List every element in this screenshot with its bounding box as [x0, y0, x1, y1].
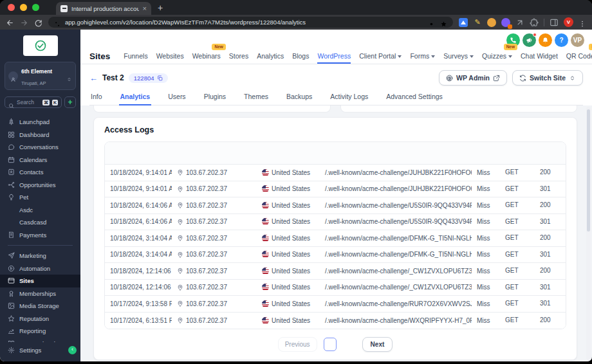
back-arrow-icon[interactable]: ← — [89, 73, 98, 83]
top-nav-item-stores[interactable]: Stores — [229, 48, 248, 64]
top-nav-item-blogs[interactable]: Blogs — [292, 48, 309, 64]
sidebar-item-marketing[interactable]: Marketing — [0, 250, 80, 262]
table-row[interactable]: 10/18/2024, 6:14:06 AM 103.67.202.37 Uni… — [105, 197, 566, 214]
back-icon[interactable] — [6, 18, 14, 26]
minimize-window-button[interactable] — [20, 4, 27, 11]
help-button[interactable]: ? — [555, 33, 568, 47]
log-status-code: 301 — [535, 251, 566, 259]
pencil-extension-icon[interactable]: ✎ — [473, 18, 482, 27]
sidebar-item-dashboard[interactable]: Dashboard — [0, 129, 80, 141]
sidebar-item-launchpad[interactable]: Launchpad — [0, 116, 80, 129]
log-status-code: 200 — [535, 267, 566, 275]
site-settings-icon[interactable] — [54, 19, 61, 26]
sidebar-item-asdc[interactable]: Asdc — [0, 204, 80, 217]
new-tab-button[interactable]: + — [158, 3, 163, 13]
sidebar-item-pet[interactable]: Pet — [0, 191, 80, 204]
log-url: /.well-known/acme-challenge/U5S0IR-9QQ43… — [320, 218, 472, 225]
wp-tab-themes[interactable]: Themes — [243, 91, 270, 105]
sidebar-item-reporting[interactable]: Reporting — [0, 325, 80, 338]
log-country: United States — [272, 218, 310, 225]
sidebar-item-label: Reputation — [19, 315, 49, 322]
bookmark-star-icon[interactable] — [440, 19, 447, 26]
search-input[interactable]: Search ⌘ K — [5, 96, 62, 108]
table-row[interactable]: 10/18/2024, 3:14:04 AM 103.67.202.37 Uni… — [105, 247, 566, 264]
sidebar-item-automation[interactable]: Automation — [0, 262, 80, 275]
sidebar-collapse-button[interactable]: ‹ — [68, 346, 77, 354]
table-row[interactable]: 10/17/2024, 6:13:51 PM 103.67.202.37 Uni… — [105, 313, 566, 329]
cast-extension-icon[interactable] — [515, 18, 524, 27]
scrollbar-thumb[interactable] — [587, 109, 590, 232]
refresh-icon[interactable] — [34, 18, 42, 26]
top-nav-item-surveys[interactable]: Surveys — [443, 48, 474, 64]
sidebar-item-reputation[interactable]: Reputation — [0, 313, 80, 325]
sidebar-item-settings[interactable]: Settings — [19, 347, 41, 354]
table-row[interactable]: 10/18/2024, 9:14:01 AM 103.67.202.37 Uni… — [105, 165, 566, 181]
top-nav-item-webinars[interactable]: Webinars New — [192, 48, 221, 64]
table-row[interactable]: 10/18/2024, 9:14:01 AM 103.67.202.37 Uni… — [105, 181, 566, 198]
forward-icon[interactable] — [20, 18, 28, 26]
table-row[interactable]: 10/18/2024, 12:14:06 AM 103.67.202.37 Un… — [105, 280, 566, 296]
next-page-button[interactable]: Next — [362, 337, 393, 352]
table-row[interactable]: 10/18/2024, 12:14:06 AM 103.67.202.37 Un… — [105, 263, 566, 280]
flower-extension-icon[interactable] — [501, 18, 510, 27]
user-avatar[interactable]: VP — [571, 33, 584, 47]
sidebar-item-media-storage[interactable]: Media Storage — [0, 300, 80, 313]
wp-tab-activity-logs[interactable]: Activity Logs — [329, 91, 369, 105]
page-number-button-1[interactable] — [324, 338, 337, 351]
sidebar-item-app-marketplace[interactable]: App Marketplace — [0, 338, 80, 343]
account-switcher[interactable]: 6th Element Tirupati, AP — [5, 62, 76, 90]
wp-tab-info[interactable]: Info — [89, 91, 104, 105]
password-key-icon[interactable] — [429, 19, 436, 26]
wp-tab-plugins[interactable]: Plugins — [203, 91, 227, 105]
log-url: /.well-known/acme-challenge/_CW1ZVXLOPU6… — [320, 268, 472, 275]
log-cache: Miss — [472, 169, 500, 176]
address-bar[interactable]: app.gohighlevel.com/v2/location/D2WapWIs… — [48, 17, 453, 28]
table-row[interactable]: 10/17/2024, 9:13:58 PM 103.67.202.37 Uni… — [105, 296, 566, 313]
extensions-puzzle-icon[interactable] — [530, 18, 539, 27]
switch-site-button[interactable]: Switch Site — [512, 70, 583, 86]
sidebar-item-memberships[interactable]: Memberships — [0, 287, 80, 300]
wp-tab-advanced-settings[interactable]: Advanced Settings — [385, 91, 444, 105]
previous-page-button[interactable]: Previous — [278, 337, 317, 352]
ai-assistant-button[interactable]: + — [64, 96, 76, 108]
top-nav-item-client-portal[interactable]: Client Portal — [359, 48, 402, 64]
page-number-button-2[interactable] — [343, 338, 356, 351]
sidebar-item-payments[interactable]: Payments — [0, 229, 80, 242]
receipt-icon — [8, 232, 15, 239]
announcements-icon[interactable] — [523, 33, 536, 47]
sidebar-item-conversations[interactable]: Conversations — [0, 141, 80, 154]
emoji-extension-icon[interactable] — [487, 18, 496, 27]
fullscreen-window-button[interactable] — [32, 4, 39, 11]
wp-admin-button[interactable]: WP Admin — [439, 70, 507, 86]
drive-extension-icon[interactable] — [459, 18, 468, 27]
browser-tab[interactable]: Internal production account [ × — [56, 2, 151, 15]
table-row[interactable]: 10/18/2024, 3:14:04 AM 103.67.202.37 Uni… — [105, 230, 566, 247]
top-nav-item-qr-codes[interactable]: QR Codes New — [566, 48, 592, 64]
top-nav-item-analytics[interactable]: Analytics — [257, 48, 284, 64]
copy-icon[interactable] — [157, 75, 163, 81]
notifications-bell-icon[interactable] — [539, 33, 552, 47]
side-panel-icon[interactable] — [550, 18, 559, 27]
sidebar-item-casdcasd[interactable]: Casdcasd — [0, 216, 80, 229]
sidebar-item-sites[interactable]: Sites — [0, 275, 80, 287]
sidebar-item-contacts[interactable]: Contacts — [0, 166, 80, 179]
page-scrollbar[interactable] — [586, 107, 591, 360]
browser-profile-avatar[interactable]: V — [564, 17, 573, 27]
sidebar-item-opportunities[interactable]: Opportunities — [0, 179, 80, 192]
top-nav-item-websites[interactable]: Websites — [156, 48, 184, 64]
table-row[interactable]: 10/18/2024, 6:14:06 AM 103.67.202.37 Uni… — [105, 214, 566, 231]
wp-tab-backups[interactable]: Backups — [285, 91, 313, 105]
top-nav-item-chat-widget[interactable]: Chat Widget — [521, 48, 558, 64]
top-nav-item-quizzes[interactable]: Quizzes New — [482, 48, 512, 64]
top-nav-item-forms[interactable]: Forms — [410, 48, 435, 64]
tab-close-icon[interactable]: × — [143, 5, 147, 12]
wp-tab-analytics[interactable]: Analytics — [119, 91, 152, 105]
sidebar-item-calendars[interactable]: Calendars — [0, 154, 80, 167]
site-id-badge[interactable]: 122804 — [129, 73, 168, 83]
close-window-button[interactable] — [8, 4, 15, 11]
top-nav-item-wordpress[interactable]: WordPress — [317, 48, 351, 64]
top-nav-item-funnels[interactable]: Funnels — [124, 48, 147, 64]
wp-tab-users[interactable]: Users — [167, 91, 187, 105]
log-date: 10/18/2024, 12:14:06 AM — [105, 284, 172, 291]
browser-menu-icon[interactable] — [578, 19, 586, 26]
